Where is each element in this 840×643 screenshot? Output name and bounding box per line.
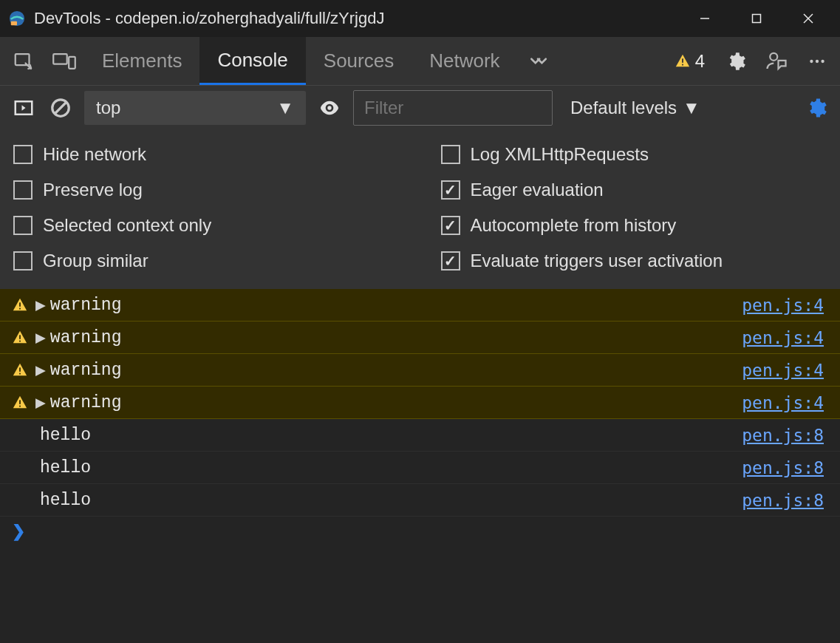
source-link[interactable]: pen.js:4 [742,328,824,347]
expand-caret-icon[interactable]: ▶ [35,392,46,413]
console-prompt[interactable]: ❯ [0,517,840,546]
log-message: warning [50,393,742,412]
svg-rect-1 [11,21,17,25]
expand-caret-icon[interactable]: ▶ [35,327,46,348]
context-select[interactable]: top ▼ [84,91,306,125]
log-message: hello [40,458,742,477]
feedback-icon[interactable] [756,37,796,85]
option-eager-evaluation[interactable]: Eager evaluation [428,172,841,208]
svg-line-17 [55,102,66,113]
source-link[interactable]: pen.js:8 [742,458,824,477]
console-settings-icon[interactable] [803,95,830,121]
log-list: ▶warningpen.js:4▶warningpen.js:4▶warning… [0,289,840,517]
log-levels-select[interactable]: Default levels ▼ [563,98,708,118]
svg-rect-9 [682,58,683,63]
option-label: Preserve log [43,180,143,200]
titlebar: DevTools - codepen.io/zoherghadyali/full… [0,0,840,37]
expand-caret-icon[interactable]: ▶ [35,295,46,316]
log-message: warning [50,361,742,380]
option-label: Group similar [43,251,148,271]
source-link[interactable]: pen.js:8 [742,426,824,445]
svg-rect-7 [53,54,66,64]
svg-point-18 [327,106,331,109]
option-group-similar[interactable]: Group similar [0,243,413,279]
log-message: warning [50,296,742,315]
clear-console-icon[interactable] [47,95,74,121]
svg-point-11 [770,52,777,60]
console-toolbar: top ▼ Default levels ▼ [0,85,840,129]
more-menu-icon[interactable] [796,37,837,85]
svg-rect-24 [19,372,21,374]
checkbox[interactable] [441,145,460,164]
source-link[interactable]: pen.js:4 [742,393,824,412]
svg-rect-19 [19,302,21,307]
chevron-down-icon: ▼ [683,98,700,118]
source-link[interactable]: pen.js:8 [742,491,824,510]
checkbox[interactable] [13,251,33,271]
settings-icon[interactable] [715,37,756,85]
option-label: Log XMLHttpRequests [471,144,649,165]
inspect-element-icon[interactable] [3,37,44,85]
tab-sources[interactable]: Sources [306,37,412,85]
svg-rect-8 [69,56,75,68]
warning-count: 4 [695,51,705,72]
option-evaluate-triggers-user-activation[interactable]: Evaluate triggers user activation [428,243,841,279]
checkbox[interactable] [441,251,460,271]
tab-network[interactable]: Network [412,37,517,85]
console-settings-panel: Hide networkLog XMLHttpRequestsPreserve … [0,129,840,289]
source-link[interactable]: pen.js:4 [742,361,824,380]
svg-rect-22 [19,340,21,341]
log-row[interactable]: hellopen.js:8 [0,484,840,517]
close-button[interactable] [782,0,834,37]
source-link[interactable]: pen.js:4 [742,296,824,315]
option-preserve-log[interactable]: Preserve log [0,172,413,208]
log-message: hello [40,426,742,445]
log-row[interactable]: ▶warningpen.js:4 [0,289,840,322]
log-message: hello [40,491,742,510]
log-row[interactable]: hellopen.js:8 [0,419,840,452]
chevron-down-icon: ▼ [276,98,294,118]
prompt-caret-icon: ❯ [12,522,25,541]
toggle-sidebar-icon[interactable] [10,95,37,121]
option-log-xmlhttprequests[interactable]: Log XMLHttpRequests [428,137,841,172]
svg-rect-10 [682,64,683,65]
log-row[interactable]: ▶warningpen.js:4 [0,322,840,354]
checkbox[interactable] [13,216,33,235]
option-selected-context-only[interactable]: Selected context only [0,208,413,243]
tab-console[interactable]: Console [199,37,305,85]
minimize-button[interactable] [679,0,731,37]
log-row[interactable]: hellopen.js:8 [0,452,840,484]
device-toolbar-icon[interactable] [44,37,84,85]
expand-caret-icon[interactable]: ▶ [35,360,46,381]
option-hide-network[interactable]: Hide network [0,137,413,172]
svg-point-14 [821,59,824,62]
warning-triangle-icon [675,53,691,69]
checkbox[interactable] [13,180,33,200]
context-value: top [96,98,120,118]
svg-rect-20 [19,307,21,309]
svg-point-13 [815,59,818,62]
log-row[interactable]: ▶warningpen.js:4 [0,387,840,419]
tabstrip: ElementsConsoleSourcesNetwork 4 [0,37,840,85]
maximize-button[interactable] [731,0,782,37]
warning-count-badge[interactable]: 4 [664,51,715,72]
log-row[interactable]: ▶warningpen.js:4 [0,354,840,387]
window-title: DevTools - codepen.io/zoherghadyali/full… [34,9,384,28]
option-label: Eager evaluation [471,180,604,200]
log-levels-label: Default levels [570,98,677,118]
app-icon [9,10,25,27]
filter-input[interactable] [353,90,553,126]
option-autocomplete-from-history[interactable]: Autocomplete from history [428,208,841,243]
tab-elements[interactable]: Elements [84,37,199,85]
checkbox[interactable] [441,180,460,200]
more-tabs-icon[interactable] [518,37,559,85]
svg-rect-21 [19,335,21,339]
svg-rect-26 [19,405,21,406]
option-label: Selected context only [43,215,211,236]
checkbox[interactable] [13,145,33,164]
live-expression-icon[interactable] [316,95,343,121]
svg-rect-3 [753,15,761,23]
option-label: Autocomplete from history [471,215,677,236]
svg-rect-6 [15,54,29,65]
checkbox[interactable] [441,216,460,235]
